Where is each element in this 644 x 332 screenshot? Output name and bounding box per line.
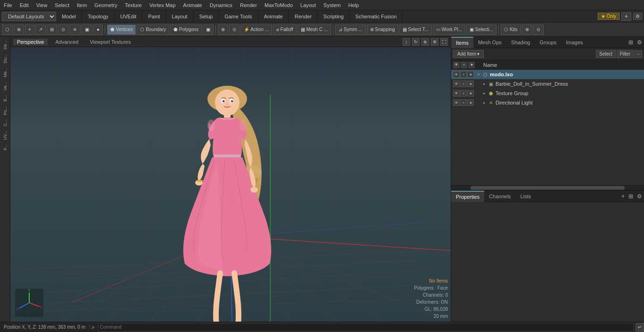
add-item-button[interactable]: Add Item ▾ [453,50,484,58]
sidebar-item-e[interactable]: E... [2,93,8,104]
items-tab-expand-btn[interactable]: ⊞ [627,39,635,46]
vis-icon-eye-light[interactable]: 👁 [453,99,460,106]
tab-uvedit[interactable]: UVEdit [115,10,142,23]
vis-icon-eye-barbie[interactable]: 👁 [453,81,460,87]
tab-topology[interactable]: Topology [82,10,115,23]
tab-paint[interactable]: Paint [142,10,166,23]
menu-select[interactable]: Select [51,1,73,9]
tree-item-texture[interactable]: 👁 + ★ ▸ ⬟ Texture Group [451,89,644,98]
tool-mesh-btn[interactable]: ⬡ [2,24,13,35]
tab-render[interactable]: Render [289,10,318,23]
tool-workplane-btn[interactable]: ▭ Work Pl... [433,24,465,35]
tool-circle2-btn[interactable]: ⊙ [229,24,239,35]
menu-file[interactable]: File [0,1,16,9]
star-only-button[interactable]: ★ Only [598,13,619,20]
tab-model[interactable]: Model [56,10,82,23]
props-tab-channels[interactable]: Channels [484,191,515,202]
tree-expand-light[interactable]: ▸ [481,100,487,105]
items-scrollbar[interactable] [471,186,625,190]
command-submit-button[interactable]: ↵ [636,323,644,332]
props-settings-btn[interactable]: ⚙ [635,193,644,200]
tool-snap-btn[interactable]: ⊕ [218,24,228,35]
menu-edit[interactable]: Edit [16,1,33,9]
tree-item-modo-lxo[interactable]: 👁 + ★ ▾ ⬡ modo.lxo [451,70,644,79]
tool-vertices-btn[interactable]: ⬟ Vertices [107,24,136,35]
tab-scripting[interactable]: Scripting [318,10,350,23]
tree-item-barbie[interactable]: 👁 + ★ ▸ ▣ Barbie_Doll_in_Summer_Dress [451,79,644,89]
menu-help[interactable]: Help [345,1,363,9]
vp-ctrl-maximize[interactable]: ⛶ [440,38,448,46]
vis-icon-plus-light[interactable]: + [460,99,467,106]
tool-select2-btn[interactable]: ▣ [203,24,214,35]
items-minus-btn[interactable]: − [635,50,642,58]
menu-geometry[interactable]: Geometry [91,1,121,9]
items-tab-settings-btn[interactable]: ⚙ [635,39,644,46]
tool-snap3-btn[interactable]: ⊕ [522,24,532,35]
items-tab-items[interactable]: Items [451,37,473,48]
tool-square-btn[interactable]: ▣ [82,24,92,35]
items-tab-shading[interactable]: Shading [506,37,535,48]
sidebar-item-c[interactable]: C... [2,118,8,128]
items-tab-images[interactable]: Images [561,37,588,48]
add-layout-button[interactable]: + [621,12,631,21]
viewport-canvas[interactable]: No Items Polygons : Face Channels: 0 Def… [10,47,451,322]
tool-polygons-btn[interactable]: ⬟ Polygons [170,24,202,35]
tool-meshc-btn[interactable]: ▦ Mesh C ... [297,24,331,35]
menu-animate[interactable]: Animate [179,1,206,9]
vis-icon-plus-texture[interactable]: + [460,90,467,97]
tool-snapping-btn[interactable]: ⊕ Snapping [367,24,398,35]
tool-dot-btn[interactable]: ● [93,24,103,35]
menu-render[interactable]: Render [236,1,261,9]
menu-layout[interactable]: Layout [297,1,320,9]
layout-dropdown[interactable]: Default Layouts [2,12,56,21]
menu-system[interactable]: System [320,1,345,9]
items-tab-groups[interactable]: Groups [535,37,561,48]
command-input-wrapper[interactable] [98,323,634,332]
tool-origin-btn[interactable]: ⊕ [14,24,24,35]
tab-setup[interactable]: Setup [193,10,219,23]
tab-layout[interactable]: Layout [166,10,193,23]
tree-expand-barbie[interactable]: ▸ [481,81,487,86]
tool-falloff-btn[interactable]: ⌀ Falloff [273,24,297,35]
tool-transform-btn[interactable]: ⊙ [58,24,68,35]
viewport-tab-textures[interactable]: Viewport Textures [86,39,134,45]
tool-select-t-btn[interactable]: ▦ Select T... [399,24,432,35]
items-select-button[interactable]: Select [596,50,616,58]
menu-dynamics[interactable]: Dynamics [206,1,236,9]
viewport-tab-advanced[interactable]: Advanced [51,39,82,45]
items-tab-mesh-ops[interactable]: Mesh Ops [473,37,506,48]
sidebar-item-du[interactable]: Du... [2,52,8,65]
menu-vertex-map[interactable]: Vertex Map [146,1,180,9]
vis-icon-star-barbie[interactable]: ★ [467,81,474,87]
tab-animate[interactable]: Animate [258,10,289,23]
layout-settings-button[interactable]: ⚙ [633,13,642,20]
vis-icon-plus[interactable]: + [460,71,467,78]
menu-item[interactable]: Item [73,1,91,9]
tree-item-light[interactable]: 👁 + ★ ▸ ☀ Directional Light [451,98,644,107]
vis-icon-plus-barbie[interactable]: + [460,81,467,87]
sidebar-item-f[interactable]: F... [2,143,8,152]
vis-icon-star-light[interactable]: ★ [467,99,474,106]
tool-kits-btn[interactable]: ⬡ Kits [501,24,520,35]
tool-action-center-btn[interactable]: ⌖ [25,24,34,35]
tool-boundary-btn[interactable]: ⬡ Boundary [137,24,169,35]
tool-view2-btn[interactable]: ⊙ [533,24,544,35]
tab-schematic-fusion[interactable]: Schematic Fusion [350,10,403,23]
tool-arrow-btn[interactable]: ↗ [35,24,46,35]
tree-expand-texture[interactable]: ▸ [481,91,487,96]
vp-ctrl-settings[interactable]: ⚙ [431,38,438,46]
props-expand-btn[interactable]: ⊞ [627,193,635,200]
tool-action-btn[interactable]: ⚡ Action ... [240,24,272,35]
sidebar-item-ve[interactable]: Ve... [2,80,8,92]
tree-expand-root[interactable]: ▾ [476,72,481,77]
props-tab-lists[interactable]: Lists [516,191,536,202]
vp-ctrl-rotate[interactable]: ↻ [412,38,420,46]
tool-circle-btn[interactable]: ⭘ [69,24,81,35]
tool-item-btn[interactable]: ⊞ [47,24,57,35]
menu-view[interactable]: View [33,1,51,9]
tool-selecti-btn[interactable]: ▣ Selecti... [466,24,496,35]
vis-icon-star-texture[interactable]: ★ [467,90,474,97]
sidebar-item-po[interactable]: Po... [2,105,8,117]
tool-symm-btn[interactable]: ⊿ Symm ... [335,24,365,35]
viewport-tab-perspective[interactable]: Perspective [13,39,48,45]
